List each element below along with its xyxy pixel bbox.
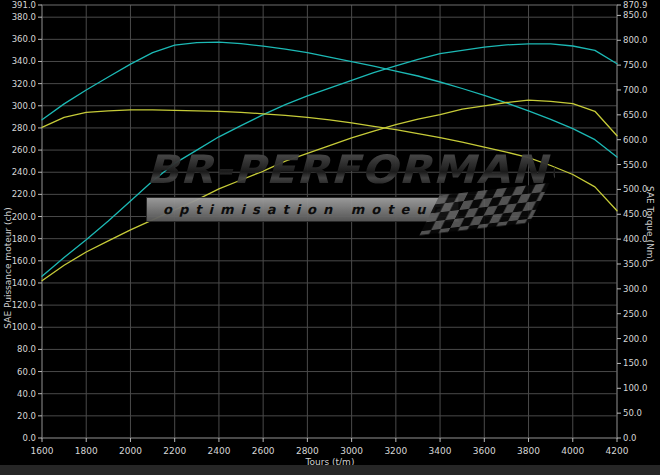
left-axis-tick-label: 40.0: [17, 389, 36, 399]
left-axis-tick-label: 340.0: [12, 56, 36, 66]
left-axis-tick-label: 300.0: [12, 101, 36, 111]
left-axis-title: SAE Puissance moteur (ch): [3, 207, 13, 328]
right-axis-tick-label: 350.0: [623, 259, 647, 269]
right-axis-tick-label: 600.0: [623, 135, 647, 145]
x-axis-tick-label: 3200: [384, 446, 407, 456]
right-axis-tick-label: 870.9: [623, 0, 647, 10]
torque-curve-yellow: [42, 110, 617, 211]
left-axis-tick-label: 280.0: [12, 123, 36, 133]
left-axis-tick-label: 160.0: [12, 256, 36, 266]
left-axis-tick-label: 200.0: [12, 212, 36, 222]
power-curve-yellow: [42, 100, 617, 281]
left-axis-tick-label: 380.0: [12, 12, 36, 22]
x-axis-tick-label: 4000: [561, 446, 584, 456]
x-axis-tick-label: 3800: [517, 446, 540, 456]
x-axis-tick-label: 3400: [429, 446, 452, 456]
right-axis-tick-label: 0.0: [623, 433, 637, 443]
right-axis-tick-label: 650.0: [623, 110, 647, 120]
right-axis-tick-label: 500.0: [623, 184, 647, 194]
right-axis-tick-label: 550.0: [623, 160, 647, 170]
left-axis-tick-label: 20.0: [17, 411, 36, 421]
dyno-chart-plot: 391.0380.0360.0340.0320.0300.0280.0260.0…: [0, 0, 660, 475]
dyno-chart-screen: 391.0380.0360.0340.0320.0300.0280.0260.0…: [0, 0, 660, 475]
right-axis-tick-label: 300.0: [623, 284, 647, 294]
right-axis-tick-label: 200.0: [623, 334, 647, 344]
right-axis-tick-label: 400.0: [623, 234, 647, 244]
x-axis-tick-label: 1600: [31, 446, 54, 456]
right-axis-tick-label: 800.0: [623, 35, 647, 45]
left-axis-tick-label: 260.0: [12, 145, 36, 155]
right-axis-tick-label: 50.0: [623, 408, 642, 418]
right-axis-tick-label: 750.0: [623, 60, 647, 70]
right-axis-tick-label: 250.0: [623, 309, 647, 319]
x-axis-tick-label: 2000: [119, 446, 142, 456]
right-axis-tick-label: 150.0: [623, 358, 647, 368]
left-axis-tick-label: 180.0: [12, 234, 36, 244]
x-axis-tick-label: 2400: [207, 446, 230, 456]
x-axis-tick-label: 4200: [606, 446, 629, 456]
left-axis-tick-label: 60.0: [17, 367, 36, 377]
power-curve-cyan: [42, 44, 617, 276]
x-axis-tick-label: 2600: [252, 446, 275, 456]
bottom-bar: [0, 465, 660, 475]
torque-curve-cyan: [42, 42, 617, 157]
left-axis-tick-label: 360.0: [12, 34, 36, 44]
left-axis-tick-label: 80.0: [17, 344, 36, 354]
x-axis-tick-label: 2200: [163, 446, 186, 456]
right-axis-tick-label: 450.0: [623, 209, 647, 219]
left-axis-tick-label: 320.0: [12, 79, 36, 89]
right-axis-tick-label: 850.0: [623, 10, 647, 20]
right-axis-tick-label: 700.0: [623, 85, 647, 95]
left-axis-tick-label: 0.0: [22, 433, 36, 443]
x-axis-tick-label: 2800: [296, 446, 319, 456]
x-axis-tick-label: 3000: [340, 446, 363, 456]
right-axis-tick-label: 100.0: [623, 383, 647, 393]
right-axis-title: SAE Torque (Nm): [645, 186, 655, 262]
left-axis-tick-label: 100.0: [12, 322, 36, 332]
x-axis-tick-label: 1800: [75, 446, 98, 456]
left-axis-tick-label: 140.0: [12, 278, 36, 288]
plot-border: [42, 5, 617, 438]
left-axis-tick-label: 220.0: [12, 189, 36, 199]
x-axis-tick-label: 3600: [473, 446, 496, 456]
left-axis-tick-label: 120.0: [12, 300, 36, 310]
left-axis-tick-label: 391.0: [12, 0, 36, 10]
left-axis-tick-label: 240.0: [12, 167, 36, 177]
